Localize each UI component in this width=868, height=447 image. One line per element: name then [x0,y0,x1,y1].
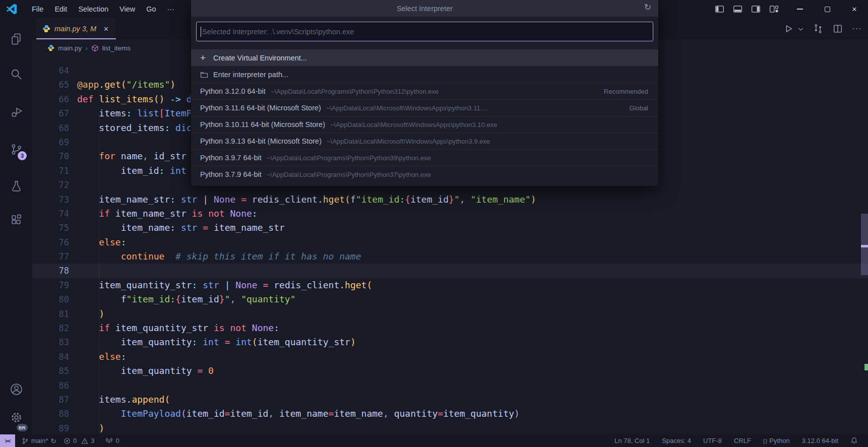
tab-main-py[interactable]: main.py 3, M ✕ [36,18,116,39]
quickpick-item[interactable]: Enter interpreter path... [191,66,658,83]
activity-bar: 3 BR [0,18,32,434]
eol-status[interactable]: CRLF [728,434,757,447]
encoding-status[interactable]: UTF-8 [697,434,728,447]
code-line-88[interactable]: 88 ItemPayload(item_id=item_id, item_nam… [32,407,868,421]
toggle-panel-icon[interactable] [732,4,743,15]
quickpick-item[interactable]: +Create Virtual Environment... [191,49,658,66]
interpreter-search-input[interactable]: Selected Interpreter: .\.venv\Scripts\py… [196,22,653,41]
indentation-status[interactable]: Spaces: 4 [656,434,697,447]
line-number: 77 [32,249,77,264]
line-number: 79 [32,278,77,292]
code-line-75[interactable]: 75 item_name: str = item_name_str [32,221,868,235]
settings-button[interactable]: BR [0,405,32,429]
code-line-86[interactable]: 86 [32,378,868,393]
code-line-79[interactable]: 79 item_quantity_str: str | None = redis… [32,278,868,292]
overview-ruler-cursor-mark [861,245,868,247]
quickpick-item-path: ~\AppData\Local\Microsoft\WindowsApps\py… [327,138,490,145]
menu-selection[interactable]: Selection [73,0,114,18]
code-line-85[interactable]: 85 item_quantity = 0 [32,364,868,378]
remote-indicator[interactable]: >< [0,434,15,447]
quickpick-item[interactable]: Python 3.9.13 64-bit (Microsoft Store)~\… [191,133,658,149]
breadcrumb-file[interactable]: main.py [58,44,82,52]
quickpick-item-label: Enter interpreter path... [213,71,288,79]
ports-status[interactable]: 0 [102,434,122,447]
open-changes-icon[interactable] [813,23,824,34]
sidebar-item-run-debug[interactable] [0,100,32,124]
line-number: 71 [32,164,77,178]
line-content: @app.get("/items") [77,78,175,92]
line-content: if item_name_str is not None: [77,207,258,221]
line-content: item_quantity = 0 [77,364,214,378]
line-number: 70 [32,149,77,163]
refresh-icon[interactable]: ↻ [644,2,651,13]
line-number: 74 [32,207,77,221]
menu-file[interactable]: File [26,0,49,18]
warning-icon [81,437,88,444]
input-placeholder: Selected Interpreter: .\.venv\Scripts\py… [202,28,354,36]
notifications-status[interactable] [844,434,864,447]
ports-count: 0 [115,437,119,444]
sidebar-item-search[interactable] [0,62,32,86]
sidebar-item-testing[interactable] [0,174,32,198]
quickpick-item-label: Python 3.9.7 64-bit [200,154,262,162]
menu-view[interactable]: View [114,0,141,18]
code-line-87[interactable]: 87 items.append( [32,393,868,407]
sidebar-item-explorer[interactable] [0,27,32,51]
interpreter-status[interactable]: 3.12.0 64-bit [796,434,844,447]
maximize-button[interactable] [814,0,841,18]
code-line-77[interactable]: 77 continue # skip this item if it has n… [32,249,868,264]
code-line-81[interactable]: 81 ) [32,307,868,321]
error-count: 0 [73,437,77,444]
split-editor-icon[interactable] [832,23,843,34]
quickpick-item[interactable]: Python 3.9.7 64-bit~\AppData\Local\Progr… [191,149,658,166]
close-button[interactable]: ✕ [841,0,868,18]
cursor-position-status[interactable]: Ln 78, Col 1 [608,434,656,447]
menu-go[interactable]: Go [141,0,161,18]
quickpick-item[interactable]: Python 3.10.11 64-bit (Microsoft Store)~… [191,116,658,133]
quickpick-item-label: Python 3.12.0 64-bit [200,87,266,95]
language-status[interactable]: { } Python [757,434,796,447]
run-dropdown-chevron-icon[interactable] [797,26,804,32]
account-button[interactable] [0,377,32,401]
profile-badge: BR [17,424,28,431]
line-content: ) [77,421,104,435]
code-line-83[interactable]: 83 item_quantity: int = int(item_quantit… [32,335,868,349]
code-line-84[interactable]: 84 else: [32,350,868,364]
tab-close-icon[interactable]: ✕ [103,25,109,33]
code-line-74[interactable]: 74 if item_name_str is not None: [32,207,868,221]
quickpick-item[interactable]: Python 3.11.6 64-bit (Microsoft Store)~\… [191,99,658,116]
line-number: 72 [32,178,77,192]
cursor-position: Ln 78, Col 1 [614,437,650,444]
vscode-window: File Edit Selection View Go ··· [0,0,868,447]
quickpick-item-label: Create Virtual Environment... [213,54,307,62]
quickpick-item-path: ~\AppData\Local\Programs\Python\Python31… [271,88,439,95]
quickpick-header[interactable]: Select Interpreter ↻ [191,0,658,17]
branch-status[interactable]: main* ↻ [18,434,60,447]
menu-more[interactable]: ··· [162,0,180,18]
run-python-file-icon[interactable] [783,23,794,34]
problems-status[interactable]: 0 3 [60,434,98,447]
code-line-78[interactable]: 78 [32,264,868,278]
minimize-button[interactable] [786,0,814,18]
bell-icon [850,437,858,444]
sidebar-item-source-control[interactable]: 3 [0,137,32,161]
breadcrumb-symbol[interactable]: list_items [102,44,131,52]
remote-icon: >< [5,438,11,444]
code-line-82[interactable]: 82 if item_quantity_str is not None: [32,321,868,335]
menu-edit[interactable]: Edit [49,0,73,18]
customize-layout-icon[interactable] [769,4,779,15]
code-line-73[interactable]: 73 item_name_str: str | None = redis_cli… [32,193,868,207]
quickpick-item[interactable]: Python 3.7.9 64-bit~\AppData\Local\Progr… [191,166,658,182]
toggle-secondary-sidebar-icon[interactable] [751,4,761,15]
line-number: 76 [32,235,77,249]
window-controls: ✕ [786,0,868,18]
quickpick-item[interactable]: Python 3.12.0 64-bit~\AppData\Local\Prog… [191,83,658,99]
toggle-sidebar-icon[interactable] [714,4,725,15]
sidebar-item-extensions[interactable] [0,208,32,232]
code-line-80[interactable]: 80 f"item_id:{item_id}", "quantity" [32,292,868,306]
more-actions-icon[interactable]: ··· [852,24,862,34]
branch-name: main* [31,437,48,444]
code-line-76[interactable]: 76 else: [32,235,868,249]
code-line-89[interactable]: 89 ) [32,421,868,435]
scrollbar-slider[interactable] [861,214,868,275]
